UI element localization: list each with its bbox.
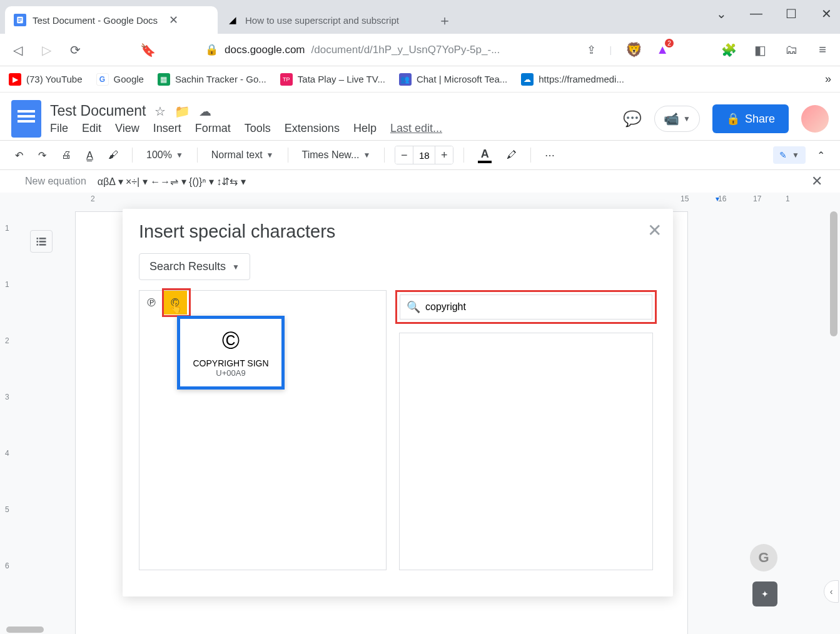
- share-label: Share: [745, 113, 775, 126]
- docs-toolbar: ↶ ↷ 🖨 A̲ 🖌 100% ▼ Normal text ▼ Times Ne…: [0, 140, 840, 170]
- menu-format[interactable]: Format: [195, 122, 231, 135]
- ruler-mark: 15: [681, 194, 689, 203]
- menu-extensions[interactable]: Extensions: [285, 122, 340, 135]
- document-title[interactable]: Test Document: [50, 103, 146, 119]
- editing-mode-button[interactable]: ✎ ▼: [773, 146, 806, 164]
- close-window-icon[interactable]: ✕: [819, 6, 834, 21]
- maximize-icon[interactable]: ☐: [784, 6, 799, 21]
- cloud-status-icon[interactable]: ☁: [199, 104, 211, 119]
- svg-rect-3: [18, 21, 20, 22]
- character-search-field[interactable]: 🔍: [400, 294, 652, 320]
- highlight-icon[interactable]: 🖍: [503, 147, 520, 163]
- bookmark-youtube[interactable]: ▶(73) YouTube: [9, 73, 83, 86]
- extensions-icon[interactable]: 🧩: [720, 41, 737, 59]
- star-icon[interactable]: ☆: [154, 104, 166, 119]
- bookmark-label: Google: [114, 74, 144, 84]
- ruler-mark: 3: [5, 393, 9, 401]
- move-icon[interactable]: 📁: [175, 104, 190, 119]
- undo-icon[interactable]: ↶: [11, 147, 27, 164]
- lock-icon: 🔒: [726, 112, 740, 126]
- sidepanel-icon[interactable]: ◧: [751, 41, 769, 59]
- wallet-icon[interactable]: 🗂: [782, 41, 800, 59]
- bookmark-sheets[interactable]: ▦Sachin Tracker - Go...: [158, 73, 266, 86]
- tabs-dropdown-icon[interactable]: ⌄: [714, 6, 729, 21]
- menu-edit[interactable]: Edit: [82, 122, 101, 135]
- more-toolbar-icon[interactable]: ⋯: [541, 147, 559, 164]
- close-equation-icon[interactable]: ✕: [811, 173, 822, 189]
- text-color-button[interactable]: A: [474, 145, 495, 166]
- reload-icon[interactable]: ⟳: [66, 41, 84, 59]
- brave-rewards-icon[interactable]: ▲2: [656, 43, 669, 57]
- account-avatar[interactable]: [801, 105, 829, 133]
- tab-close-icon[interactable]: ✕: [169, 13, 178, 27]
- bookmark-page-icon[interactable]: 🔖: [139, 41, 156, 59]
- last-edit-link[interactable]: Last edit...: [390, 122, 442, 135]
- category-dropdown[interactable]: Search Results ▼: [139, 253, 250, 280]
- brave-shields-icon[interactable]: 🦁: [625, 42, 642, 58]
- meet-icon: 📹: [664, 111, 679, 126]
- bookmark-teams[interactable]: 👥Chat | Microsoft Tea...: [399, 73, 507, 86]
- font-size-decrease[interactable]: −: [395, 146, 413, 164]
- side-panel-expand-icon[interactable]: ‹: [824, 580, 839, 603]
- search-input[interactable]: [425, 301, 645, 313]
- menu-view[interactable]: View: [115, 122, 139, 135]
- share-button[interactable]: 🔒 Share: [712, 104, 789, 133]
- grammarly-icon[interactable]: G: [750, 544, 777, 571]
- ruler-mark: 2: [5, 336, 9, 345]
- menu-insert[interactable]: Insert: [153, 122, 181, 135]
- char-result-p[interactable]: ℗: [139, 291, 163, 314]
- font-select[interactable]: Times New... ▼: [298, 147, 375, 163]
- meet-button[interactable]: 📹 ▼: [654, 106, 700, 132]
- horizontal-ruler[interactable]: 2 15 ▾ 16 17 1: [0, 193, 840, 205]
- dialog-close-icon[interactable]: ✕: [647, 220, 662, 241]
- font-size-input[interactable]: [413, 146, 435, 164]
- cursor-pointer-icon: 👆: [170, 302, 182, 314]
- ruler-mark: 1: [5, 224, 9, 233]
- redo-icon[interactable]: ↷: [34, 147, 50, 164]
- new-equation-label[interactable]: New equation: [25, 176, 86, 187]
- tooltip-code: U+00A9: [191, 368, 270, 378]
- collapse-toolbar-icon[interactable]: ⌃: [813, 147, 829, 164]
- font-size-increase[interactable]: +: [435, 146, 453, 164]
- spellcheck-icon[interactable]: A̲: [83, 147, 97, 164]
- bookmark-tata[interactable]: TPTata Play – Live TV...: [280, 73, 385, 86]
- docs-header: Test Document ☆ 📁 ☁ File Edit View Inser…: [0, 93, 840, 140]
- share-url-icon[interactable]: ⇪: [587, 43, 596, 57]
- svg-rect-2: [18, 19, 22, 20]
- vertical-ruler[interactable]: 1 1 2 3 4 5 6: [0, 205, 15, 634]
- browser-tab-inactive[interactable]: ◢ How to use superscript and subscript: [218, 6, 430, 34]
- menu-help[interactable]: Help: [353, 122, 377, 135]
- menu-tools[interactable]: Tools: [245, 122, 271, 135]
- style-select[interactable]: Normal text ▼: [208, 147, 278, 163]
- bookmarks-overflow-icon[interactable]: »: [825, 73, 831, 86]
- bookmark-google[interactable]: GGoogle: [96, 73, 144, 86]
- outline-toggle-button[interactable]: [30, 230, 53, 253]
- equation-symbols[interactable]: αβΔ ▾ ×÷| ▾ ←→⇌ ▾ {()}ⁿ ▾ ↕⇵⇆ ▾: [98, 176, 246, 188]
- docs-menu-bar: File Edit View Insert Format Tools Exten…: [50, 122, 442, 135]
- search-icon: 🔍: [407, 300, 420, 314]
- minimize-icon[interactable]: —: [749, 6, 764, 21]
- zoom-select[interactable]: 100% ▼: [143, 147, 187, 163]
- search-highlight-annotation: 🔍: [395, 290, 657, 324]
- paint-format-icon[interactable]: 🖌: [104, 147, 122, 163]
- draw-character-area[interactable]: [399, 333, 653, 570]
- horizontal-scrollbar[interactable]: [6, 626, 44, 633]
- back-icon[interactable]: ◁: [9, 41, 26, 59]
- address-bar[interactable]: 🔒 docs.google.com/document/d/1hP_y_UsnQ7…: [205, 43, 500, 56]
- explore-button[interactable]: ✦: [752, 581, 777, 606]
- menu-icon[interactable]: ≡: [814, 41, 831, 59]
- menu-file[interactable]: File: [50, 122, 68, 135]
- vertical-scrollbar[interactable]: [830, 211, 837, 336]
- forward-icon[interactable]: ▷: [38, 41, 55, 59]
- url-path: /document/d/1hP_y_UsnQ7YoPy-5p_-...: [311, 44, 500, 56]
- svg-rect-8: [37, 244, 39, 246]
- print-icon[interactable]: 🖨: [58, 147, 75, 163]
- docs-logo-icon[interactable]: [11, 100, 41, 138]
- bookmark-framed[interactable]: ☁https://framedmedi...: [521, 73, 624, 86]
- new-tab-button[interactable]: ＋: [434, 10, 455, 31]
- comments-icon[interactable]: 💬: [623, 110, 642, 128]
- style-value: Normal text: [211, 149, 263, 161]
- browser-nav-bar: ◁ ▷ ⟳ 🔖 🔒 docs.google.com/document/d/1hP…: [0, 34, 840, 66]
- browser-tab-active[interactable]: Test Document - Google Docs ✕: [5, 6, 218, 34]
- badge-count: 2: [665, 39, 674, 48]
